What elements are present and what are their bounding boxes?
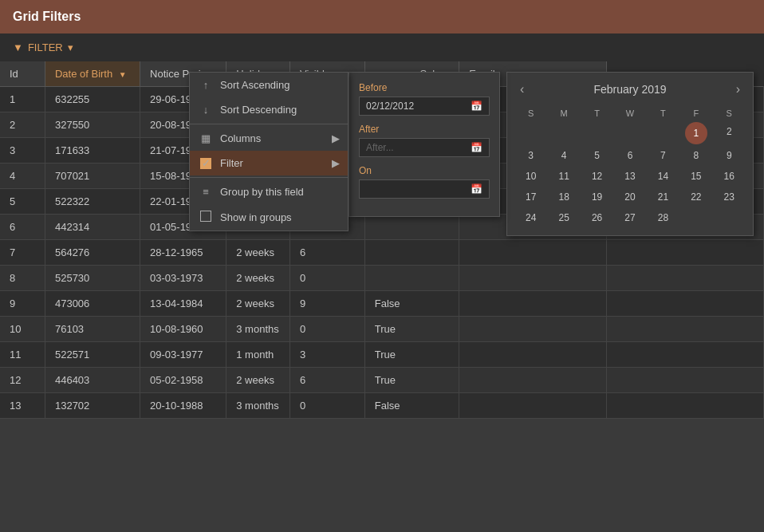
ctx-sort-asc-label: Sort Ascending (220, 79, 289, 91)
calendar-day[interactable]: 10 (515, 167, 546, 186)
after-placeholder: After... (366, 142, 394, 153)
cell-id: 76103 (45, 317, 140, 342)
calendar-day[interactable]: 24 (515, 208, 546, 227)
calendar-day[interactable]: 3 (515, 146, 546, 165)
cell-visible: True (364, 342, 459, 368)
calendar-day (614, 122, 645, 144)
cell-dob: 03-03-1973 (140, 266, 226, 291)
filter-label: FILTER (28, 41, 63, 53)
after-calendar-icon[interactable]: 📅 (471, 142, 482, 153)
calendar-day[interactable]: 21 (648, 187, 679, 207)
ctx-sort-asc[interactable]: ↑ Sort Ascending (190, 73, 348, 97)
cell-email (606, 393, 763, 419)
ctx-divider-1 (190, 124, 348, 124)
cell-holidays: 0 (289, 266, 364, 291)
calendar-next-button[interactable]: › (731, 81, 745, 98)
cell-rownum: 12 (0, 368, 45, 393)
calendar-day[interactable]: 5 (581, 146, 612, 165)
cell-notice: 2 weeks (226, 368, 290, 393)
sort-desc-icon: ↓ (199, 104, 212, 116)
after-input[interactable]: After... 📅 (359, 138, 490, 157)
ctx-group-label: Group by this field (220, 186, 304, 198)
filter-checkbox: ✓ (200, 158, 211, 169)
cell-dob: 09-03-1977 (140, 342, 226, 368)
after-label: After (359, 124, 490, 135)
col-header-dob[interactable]: Date of Birth ▼ (45, 61, 140, 87)
filter-button[interactable]: ▼ FILTER ▾ (13, 41, 73, 53)
calendar-day[interactable]: 6 (614, 146, 645, 165)
calendar-day[interactable]: 11 (548, 167, 579, 186)
cell-id: 442314 (45, 215, 140, 240)
calendar-day[interactable]: 15 (680, 167, 711, 186)
cell-visible: True (364, 317, 459, 342)
cell-rownum: 7 (0, 240, 45, 266)
col-header-id[interactable]: Id (0, 61, 45, 87)
calendar-day[interactable]: 17 (515, 187, 546, 207)
calendar-day[interactable]: 26 (581, 208, 612, 227)
calendar-day[interactable]: 12 (581, 167, 612, 186)
calendar-dow: T (581, 106, 612, 120)
show-groups-checkbox (200, 211, 211, 222)
calendar-day[interactable]: 7 (648, 146, 679, 165)
calendar-dow: M (548, 106, 579, 120)
calendar-day[interactable]: 2 (714, 122, 745, 144)
cell-rownum: 11 (0, 342, 45, 368)
cell-visible: True (364, 368, 459, 393)
table-row: 9 473006 13-04-1984 2 weeks 9 False (0, 291, 764, 317)
calendar-day[interactable]: 13 (614, 167, 645, 186)
calendar-day[interactable]: 4 (548, 146, 579, 165)
cell-holidays: 6 (289, 368, 364, 393)
ctx-group[interactable]: ≡ Group by this field (190, 179, 348, 204)
cell-rownum: 5 (0, 189, 45, 215)
ctx-sort-desc[interactable]: ↓ Sort Descending (190, 97, 348, 122)
ctx-show-groups[interactable]: Show in groups (190, 204, 348, 231)
calendar-day[interactable]: 16 (714, 167, 745, 186)
calendar-day[interactable]: 19 (581, 187, 612, 207)
calendar-day[interactable]: 22 (680, 187, 711, 207)
cell-holidays: 9 (289, 291, 364, 317)
before-input[interactable]: 02/12/2012 📅 (359, 97, 490, 116)
cell-notice: 1 month (226, 342, 290, 368)
cell-email (606, 240, 763, 266)
before-calendar-icon[interactable]: 📅 (471, 100, 482, 112)
cell-notice: 2 weeks (226, 266, 290, 291)
ctx-filter[interactable]: ✓ Filter ▶ (190, 151, 348, 175)
cell-dob: 28-12-1965 (140, 240, 226, 266)
cell-id: 522571 (45, 342, 140, 368)
calendar-day[interactable]: 23 (714, 187, 745, 207)
calendar-day[interactable]: 28 (648, 208, 679, 227)
calendar-day[interactable]: 14 (648, 167, 679, 186)
ctx-show-groups-label: Show in groups (220, 211, 292, 223)
calendar-day[interactable]: 9 (714, 146, 745, 165)
calendar-prev-button[interactable]: ‹ (515, 81, 529, 98)
group-icon: ≡ (199, 186, 212, 198)
ctx-columns[interactable]: ▦ Columns ▶ (190, 126, 348, 151)
cell-email (606, 291, 763, 317)
cell-notice: 3 months (226, 317, 290, 342)
calendar-day[interactable]: 27 (614, 208, 645, 227)
cell-rownum: 9 (0, 291, 45, 317)
cell-salary (459, 393, 607, 419)
calendar-title: February 2019 (593, 83, 666, 96)
cell-id: 132702 (45, 393, 140, 419)
table-row: 13 132702 20-10-1988 3 months 0 False (0, 393, 764, 419)
cell-email (606, 317, 763, 342)
cell-id: 707021 (45, 164, 140, 189)
cell-id: 473006 (45, 291, 140, 317)
cell-id: 632255 (45, 87, 140, 112)
cell-rownum: 3 (0, 138, 45, 164)
calendar-day (648, 122, 679, 144)
cell-rownum: 4 (0, 164, 45, 189)
calendar-day[interactable]: 25 (548, 208, 579, 227)
calendar-day[interactable]: 18 (548, 187, 579, 207)
calendar-day[interactable]: 1 (685, 122, 707, 144)
on-input[interactable]: 📅 (359, 179, 490, 199)
calendar-day[interactable]: 8 (680, 146, 711, 165)
cell-id: 564276 (45, 240, 140, 266)
cell-notice: 3 months (226, 393, 290, 419)
on-calendar-icon[interactable]: 📅 (471, 183, 482, 195)
on-label: On (359, 165, 490, 176)
filter-funnel-icon: ▼ (13, 41, 23, 53)
cell-rownum: 8 (0, 266, 45, 291)
calendar-day[interactable]: 20 (614, 187, 645, 207)
